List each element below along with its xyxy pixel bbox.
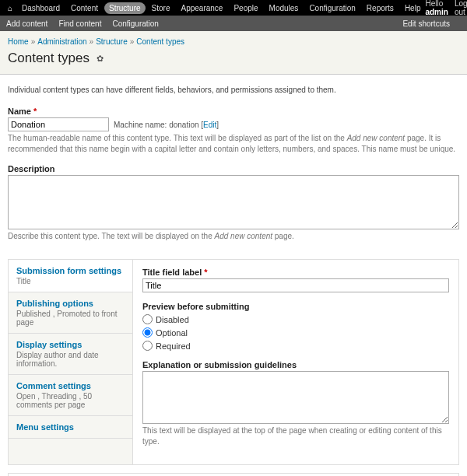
description-help: Describe this content type. The text wil… [8, 231, 459, 242]
menu-item-store[interactable]: Store [147, 2, 175, 14]
explain-help: This text will be displayed at the top o… [142, 425, 449, 447]
menu-item-dashboard[interactable]: Dashboard [17, 2, 65, 14]
title-field-label: Title field label * [142, 268, 449, 277]
preview-option-required[interactable]: Required [142, 341, 449, 351]
hello-user: Hello admin [425, 0, 448, 16]
preview-radio[interactable] [142, 341, 153, 351]
vertical-tab-pane: Title field label * Preview before submi… [133, 260, 458, 464]
vtab-summary: Title [16, 277, 125, 285]
vtab-summary: Open , Threading , 50 comments per page [16, 392, 125, 409]
menu-item-appearance[interactable]: Appearance [176, 2, 227, 14]
page-title: Content types ✿ [8, 51, 459, 66]
shortcut-add-content[interactable]: Add content [6, 19, 47, 28]
vtab-comment-settings[interactable]: Comment settingsOpen , Threading , 50 co… [9, 375, 132, 416]
name-input[interactable] [8, 117, 109, 131]
intro-text: Individual content types can have differ… [8, 86, 459, 94]
vtab-menu-settings[interactable]: Menu settings [9, 416, 132, 439]
shortcut-find-content[interactable]: Find content [58, 19, 101, 28]
preview-option-optional[interactable]: Optional [142, 327, 449, 338]
breadcrumb-link[interactable]: Content types [136, 37, 184, 46]
machine-name-text: Machine name: donation [Edit] [114, 121, 219, 129]
vtab-title: Submission form settings [16, 266, 125, 275]
preview-option-label: Optional [156, 328, 188, 338]
vtab-display-settings[interactable]: Display settingsDisplay author and date … [9, 334, 132, 375]
explain-textarea[interactable] [142, 371, 449, 424]
vertical-tab-list: Submission form settingsTitlePublishing … [9, 260, 133, 464]
menu-item-content[interactable]: Content [66, 2, 103, 14]
toolbar-menu: DashboardContentStructureStoreAppearance… [17, 2, 425, 14]
breadcrumb-separator-icon: » [130, 37, 135, 46]
menu-item-reports[interactable]: Reports [362, 2, 399, 14]
explain-label: Explanation or submission guidelines [142, 360, 449, 369]
logout-link[interactable]: Log out [455, 0, 467, 16]
machine-name-edit-link[interactable]: Edit [203, 121, 216, 129]
preview-option-label: Required [156, 341, 191, 351]
edit-shortcuts-link[interactable]: Edit shortcuts [402, 19, 450, 28]
breadcrumb-separator-icon: » [90, 37, 94, 46]
breadcrumb-link[interactable]: Home [8, 37, 29, 46]
admin-toolbar: ⌂ DashboardContentStructureStoreAppearan… [0, 0, 467, 16]
page-title-wrap: Content types ✿ [0, 47, 467, 75]
breadcrumb-link[interactable]: Structure [96, 37, 128, 46]
menu-item-modules[interactable]: Modules [265, 2, 304, 14]
menu-item-structure[interactable]: Structure [104, 2, 146, 14]
vtab-title: Publishing options [16, 299, 125, 308]
menu-item-help[interactable]: Help [400, 2, 426, 14]
vtab-publishing-options[interactable]: Publishing optionsPublished , Promoted t… [9, 292, 132, 334]
shortcut-bar: Add contentFind contentConfiguration Edi… [0, 16, 467, 31]
title-field-input[interactable] [142, 278, 449, 292]
main-content: Individual content types can have differ… [0, 75, 467, 259]
preview-label: Preview before submitting [142, 302, 449, 311]
vtab-title: Comment settings [16, 381, 125, 390]
home-icon[interactable]: ⌂ [8, 4, 12, 12]
preview-radio[interactable] [142, 314, 153, 324]
vtab-summary: Display author and date information. [16, 351, 125, 368]
description-textarea[interactable] [8, 175, 459, 229]
breadcrumb: Home»Administration»Structure»Content ty… [0, 31, 467, 47]
gear-icon[interactable]: ✿ [97, 54, 104, 63]
name-label: Name * [8, 107, 459, 116]
payment-settings-fieldset: ▶ PAYMENT SETTINGS [8, 473, 459, 476]
description-label: Description [8, 164, 459, 173]
vertical-tabs: Submission form settingsTitlePublishing … [8, 259, 459, 465]
menu-item-configuration[interactable]: Configuration [304, 2, 360, 14]
vtab-summary: Published , Promoted to front page [16, 310, 125, 327]
vtab-title: Display settings [16, 340, 125, 349]
vtab-title: Menu settings [16, 422, 125, 432]
preview-option-label: Disabled [156, 315, 189, 324]
menu-item-people[interactable]: People [229, 2, 262, 14]
breadcrumb-link[interactable]: Administration [37, 37, 86, 46]
preview-option-disabled[interactable]: Disabled [142, 314, 449, 324]
vtab-submission-form-settings[interactable]: Submission form settingsTitle [9, 260, 132, 292]
breadcrumb-separator-icon: » [31, 37, 36, 46]
preview-radio[interactable] [142, 327, 153, 338]
name-help: The human-readable name of this content … [8, 133, 459, 155]
shortcut-configuration[interactable]: Configuration [112, 19, 158, 28]
